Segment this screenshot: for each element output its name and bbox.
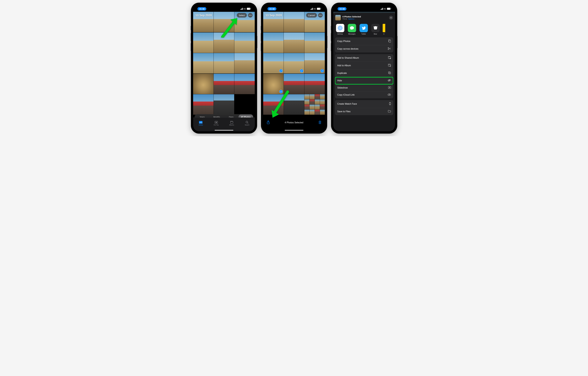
photo-thumbnail[interactable] bbox=[214, 94, 234, 115]
home-indicator[interactable] bbox=[215, 130, 233, 131]
share-app-more[interactable]: U bbox=[383, 24, 385, 35]
tab-label: Library bbox=[199, 124, 203, 126]
messages-icon bbox=[348, 24, 356, 32]
selection-check-icon bbox=[279, 69, 283, 73]
photo-thumbnail[interactable] bbox=[234, 94, 255, 115]
action-slideshow[interactable]: Slideshow bbox=[335, 84, 393, 91]
photo-thumbnail[interactable] bbox=[193, 94, 213, 115]
action-hide[interactable]: Hide bbox=[335, 77, 393, 84]
photo-thumbnail[interactable] bbox=[234, 74, 255, 94]
share-app-twitter[interactable]: Twitter bbox=[359, 24, 368, 35]
options-link[interactable]: Options › bbox=[348, 18, 355, 20]
more-button[interactable] bbox=[318, 13, 323, 18]
shared-album-icon bbox=[388, 56, 391, 60]
copy-icon bbox=[388, 39, 391, 43]
photo-thumbnail[interactable] bbox=[263, 33, 284, 53]
delete-button[interactable] bbox=[318, 121, 322, 125]
ellipsis-icon bbox=[319, 15, 322, 15]
tab-for-you[interactable]: For You bbox=[209, 118, 224, 129]
phone-frame-3: 15:48 4G 4 Photos Selected Thirsk Option… bbox=[331, 3, 397, 133]
photo-thumbnail[interactable] bbox=[214, 74, 234, 94]
share-subtitle: Thirsk Options › bbox=[342, 18, 361, 20]
photo-thumbnail[interactable] bbox=[304, 53, 325, 73]
svg-point-0 bbox=[249, 15, 250, 15]
svg-rect-15 bbox=[389, 40, 391, 42]
add-album-icon bbox=[388, 64, 391, 67]
photo-thumbnail[interactable] bbox=[214, 53, 234, 73]
duplicate-icon bbox=[388, 71, 391, 75]
status-time: 15:48 bbox=[268, 7, 276, 11]
photo-thumbnail[interactable] bbox=[193, 74, 213, 94]
photo-thumbnail[interactable] bbox=[234, 53, 255, 73]
notch bbox=[350, 5, 378, 9]
tab-search[interactable]: Search bbox=[239, 118, 255, 129]
share-thumbnail bbox=[335, 15, 341, 20]
action-watch-face[interactable]: Create Watch Face bbox=[335, 100, 393, 108]
share-button[interactable] bbox=[267, 120, 270, 125]
share-apps-row[interactable]: AirDrop Messages Twitter Bear U bbox=[333, 22, 395, 37]
watch-icon bbox=[389, 102, 391, 106]
network-label: 4G bbox=[384, 8, 386, 10]
folder-icon bbox=[388, 110, 391, 113]
action-add-album[interactable]: Add to Album bbox=[335, 62, 393, 69]
signal-icon bbox=[241, 8, 243, 10]
annotation-arrow bbox=[269, 90, 291, 120]
tab-label: For You bbox=[214, 124, 219, 126]
battery-icon bbox=[387, 8, 391, 10]
photo-thumbnail[interactable] bbox=[193, 33, 213, 53]
photo-thumbnail[interactable] bbox=[263, 53, 284, 73]
close-icon bbox=[390, 17, 392, 19]
app-icon-partial bbox=[383, 24, 385, 32]
share-title: 4 Photos Selected bbox=[342, 15, 361, 18]
svg-point-17 bbox=[388, 49, 389, 50]
share-app-bear[interactable]: Bear bbox=[371, 24, 380, 35]
airdrop-icon bbox=[336, 24, 344, 32]
action-copy-across[interactable]: Copy across devices bbox=[335, 45, 393, 53]
phone-frame-2: 15:48 4G bbox=[261, 3, 327, 133]
photo-thumbnail[interactable] bbox=[284, 33, 304, 53]
photo-thumbnail[interactable] bbox=[304, 74, 325, 94]
home-indicator[interactable] bbox=[285, 130, 304, 131]
cancel-button[interactable]: Cancel bbox=[306, 13, 317, 18]
action-icloud-link[interactable]: Copy iCloud Link bbox=[335, 91, 393, 98]
selection-count: 4 Photos Selected bbox=[285, 121, 304, 124]
action-copy-photos[interactable]: Copy Photos bbox=[335, 37, 393, 45]
svg-point-1 bbox=[250, 15, 251, 15]
svg-point-12 bbox=[339, 27, 341, 29]
tab-library[interactable]: Library bbox=[193, 118, 209, 129]
more-button[interactable] bbox=[248, 13, 252, 18]
play-icon bbox=[388, 86, 391, 89]
tab-albums[interactable]: Albums bbox=[224, 118, 240, 129]
photo-thumbnail[interactable] bbox=[304, 94, 325, 115]
close-button[interactable] bbox=[389, 16, 393, 20]
svg-point-8 bbox=[319, 15, 320, 15]
tab-label: Albums bbox=[229, 124, 234, 126]
share-app-airdrop[interactable]: AirDrop bbox=[336, 24, 345, 35]
action-group-2: Add to Shared Album Add to Album Duplica… bbox=[335, 54, 393, 98]
phone-frame-1: 15:48 4G 13 Sep 2020 bbox=[191, 3, 257, 133]
action-save-files[interactable]: Save to Files bbox=[335, 108, 393, 115]
eye-slash-icon bbox=[388, 79, 391, 82]
photo-thumbnail[interactable] bbox=[193, 53, 213, 73]
photo-thumbnail[interactable] bbox=[284, 53, 304, 73]
action-duplicate[interactable]: Duplicate bbox=[335, 69, 393, 77]
photo-thumbnail[interactable] bbox=[304, 33, 325, 53]
signal-icon bbox=[381, 8, 383, 10]
action-add-shared-album[interactable]: Add to Shared Album bbox=[335, 54, 393, 62]
notch bbox=[280, 5, 308, 9]
svg-rect-6 bbox=[231, 122, 233, 123]
status-time: 15:48 bbox=[198, 7, 206, 11]
svg-point-9 bbox=[320, 15, 321, 15]
svg-point-20 bbox=[390, 58, 390, 58]
svg-point-2 bbox=[251, 15, 252, 15]
date-title: 13 Sep 2020 bbox=[265, 14, 282, 17]
notch bbox=[210, 5, 238, 9]
search-icon bbox=[245, 121, 249, 124]
share-app-messages[interactable]: Messages bbox=[347, 24, 357, 35]
tab-label: Search bbox=[245, 124, 249, 126]
albums-icon bbox=[230, 121, 233, 124]
signal-icon bbox=[311, 8, 313, 10]
svg-point-13 bbox=[339, 27, 342, 30]
foryou-icon bbox=[214, 121, 218, 124]
share-header: 4 Photos Selected Thirsk Options › bbox=[333, 13, 395, 22]
